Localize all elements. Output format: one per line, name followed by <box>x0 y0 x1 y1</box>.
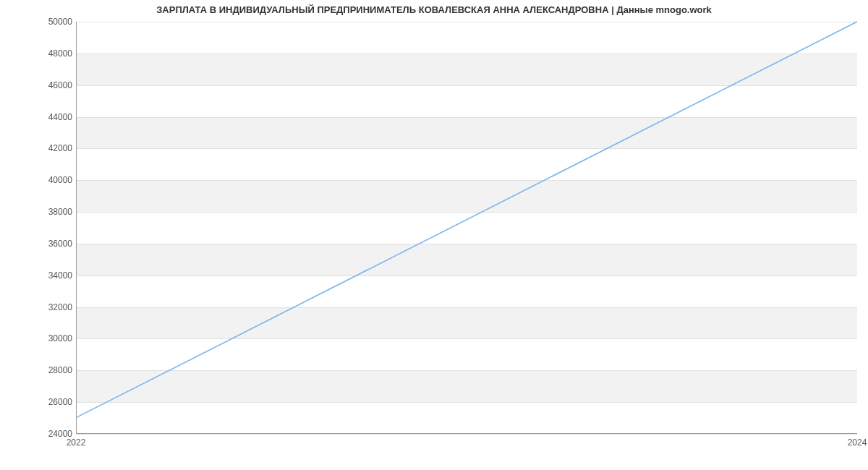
y-tick-label: 30000 <box>7 333 72 343</box>
y-tick-label: 32000 <box>7 302 72 312</box>
y-tick-label: 24000 <box>7 429 72 439</box>
y-tick-label: 38000 <box>7 207 72 217</box>
y-tick-label: 28000 <box>7 365 72 375</box>
y-tick-label: 42000 <box>7 143 72 153</box>
x-tick-label: 2022 <box>67 437 86 448</box>
salary-line-chart: ЗАРПЛАТА В ИНДИВИДУАЛЬНЫЙ ПРЕДПРИНИМАТЕЛ… <box>0 0 868 470</box>
x-tick-label: 2024 <box>848 437 867 448</box>
y-tick-label: 46000 <box>7 80 72 90</box>
plot-area <box>76 22 857 434</box>
series-line <box>77 22 857 417</box>
y-tick-label: 50000 <box>7 17 72 27</box>
y-tick-label: 34000 <box>7 270 72 281</box>
y-tick-label: 40000 <box>7 175 72 185</box>
data-line <box>77 22 857 433</box>
gridline <box>77 434 857 435</box>
y-tick-label: 26000 <box>7 397 72 407</box>
y-tick-label: 44000 <box>7 112 72 122</box>
y-tick-label: 48000 <box>7 48 72 59</box>
chart-title: ЗАРПЛАТА В ИНДИВИДУАЛЬНЫЙ ПРЕДПРИНИМАТЕЛ… <box>0 4 868 15</box>
y-tick-label: 36000 <box>7 239 72 249</box>
